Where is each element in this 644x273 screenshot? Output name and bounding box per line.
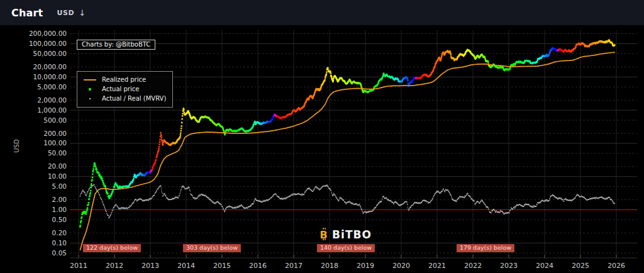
charts-by-badge: Charts by: @BitboBTC [77,40,155,50]
y-axis-tick-label: 5,000.00 [37,83,67,91]
x-axis-tick-label: 2025 [572,262,589,270]
legend-item-realized-price[interactable]: Realized price [82,75,166,84]
bitbo-chart-page: Chart USD ↓ 2011201220132014201520162017… [0,0,644,273]
legend-label: Actual price [102,86,139,92]
y-axis-tick-label: 2.00 [52,196,67,203]
y-axis-tick-label: 50,000.00 [33,50,67,57]
y-axis-tick-label: 10.00 [48,172,67,180]
days-below-annotation: 140 day(s) below [317,244,375,252]
y-axis-tick-label: 0.20 [52,229,67,237]
header: Chart USD ↓ [0,0,644,25]
y-axis-tick-label: 100,000.00 [29,40,67,47]
y-axis-tick-label: 20.00 [48,162,67,170]
legend-item-mvrv[interactable]: Actual / Real (MVRV) [82,94,166,103]
x-axis-tick-label: 2013 [142,262,159,270]
currency-selector[interactable]: USD ↓ [57,9,86,17]
x-axis-tick-label: 2021 [428,262,446,270]
days-below-annotation: 179 day(s) below [457,244,514,252]
y-axis-tick-label: 20,000.00 [33,63,67,70]
y-axis-tick-label: 50.00 [48,149,67,157]
days-below-annotation: 303 day(s) below [183,244,241,252]
y-axis-tick-label: 10,000.00 [33,73,67,81]
realized-price-line-swatch-icon [82,79,98,81]
y-axis-tick-label: 200,000.00 [29,30,67,37]
x-axis-tick-label: 2026 [608,262,625,270]
x-axis-tick-label: 2014 [177,262,195,270]
x-axis-tick-label: 2011 [70,262,87,270]
mvrv-ratio-series [80,184,615,218]
y-axis-tick-label: 5.00 [52,182,67,190]
y-axis-tick-label: 0.10 [52,239,67,247]
x-axis-tick-label: 2020 [392,262,410,270]
dropdown-down-arrow-icon: ↓ [79,9,86,17]
x-axis-tick-label: 2016 [249,262,267,270]
y-axis-tick-label: 0.50 [52,216,67,223]
y-axis-tick-label: 1,000.00 [37,106,67,114]
currency-label: USD [57,9,74,17]
page-title: Chart [11,7,43,19]
y-axis-tick-label: 0.05 [52,249,67,257]
legend-item-actual-price[interactable]: Actual price [82,84,166,94]
chart-legend: Realized price Actual price Actual / Rea… [77,71,173,108]
y-axis-tick-label: 200.00 [43,130,67,137]
y-axis-tick-label: 500.00 [43,116,67,124]
bitbo-watermark: B BiTBO [319,228,372,241]
y-axis-title: USD [13,139,20,153]
legend-label: Realized price [102,76,146,83]
x-axis-tick-label: 2022 [464,262,482,270]
x-axis-tick-label: 2019 [357,262,374,270]
x-axis-tick-label: 2023 [500,262,518,270]
x-axis-tick-label: 2024 [536,262,553,270]
days-below-annotation: 122 day(s) below [83,244,141,252]
x-axis-tick-label: 2015 [213,262,231,270]
y-axis-tick-label: 2,000.00 [37,96,67,104]
mvrv-dot-swatch-icon [82,98,98,99]
x-axis-tick-label: 2012 [106,262,123,270]
legend-label: Actual / Real (MVRV) [102,95,166,102]
x-axis-tick-label: 2017 [285,262,303,270]
y-axis-tick-label: 100.00 [43,139,67,147]
x-axis-tick-label: 2018 [321,262,338,270]
bitbo-logo-text: BiTBO [332,228,372,240]
actual-price-dot-swatch-icon [82,88,98,91]
y-axis-tick-label: 1.00 [52,206,67,213]
bitcoin-b-icon: B [319,228,329,241]
